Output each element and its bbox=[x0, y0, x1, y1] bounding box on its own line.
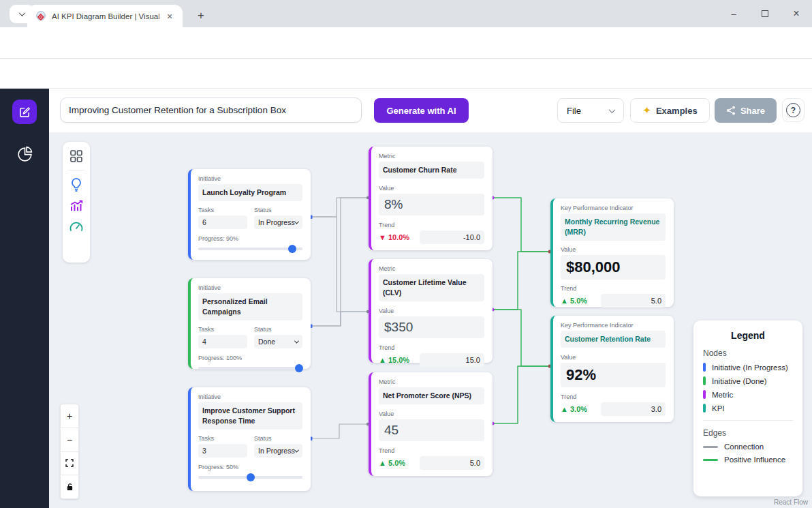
legend-item: Positive Influence bbox=[703, 455, 793, 464]
zoom-out-button[interactable]: − bbox=[61, 428, 78, 452]
initiative-bulb-icon[interactable] bbox=[69, 177, 83, 192]
metric-title-field[interactable]: Net Promoter Score (NPS) bbox=[379, 387, 484, 404]
share-icon bbox=[726, 106, 736, 115]
metric-chart-icon[interactable] bbox=[69, 198, 84, 213]
trend-value-input[interactable]: 5.0 bbox=[601, 294, 666, 308]
chevron-down-icon bbox=[294, 338, 299, 343]
trend-value-input[interactable]: 3.0 bbox=[601, 402, 666, 416]
browser-navbar: ← → ↻ ai-toolbox.visual-paradigm.com/app… bbox=[0, 27, 812, 59]
kpi-node[interactable]: Key Performance Indicator Monthly Recurr… bbox=[550, 198, 674, 307]
tab-close-icon[interactable]: × bbox=[163, 10, 176, 23]
new-tab-button[interactable]: + bbox=[192, 7, 210, 25]
slider-thumb[interactable] bbox=[295, 364, 303, 372]
initiative-title-field[interactable]: Improve Customer Support Response Time bbox=[198, 402, 302, 430]
initiative-node[interactable]: Initiative Launch Loyalty Program Tasks … bbox=[188, 169, 311, 260]
trend-label: Trend bbox=[379, 344, 484, 351]
initiative-node[interactable]: Initiative Improve Customer Support Resp… bbox=[188, 387, 311, 491]
metric-value-field[interactable]: 45 bbox=[379, 419, 484, 441]
help-button[interactable]: ? bbox=[782, 98, 805, 122]
progress-slider[interactable] bbox=[198, 367, 302, 370]
kpi-title-field[interactable]: Monthly Recurring Revenue (MRR) bbox=[561, 213, 666, 241]
trend-arrow-icon: ▼ bbox=[379, 233, 386, 241]
examples-button[interactable]: ✦Examples bbox=[630, 98, 710, 123]
share-button[interactable]: Share bbox=[715, 98, 777, 123]
window-close-button[interactable]: × bbox=[786, 7, 807, 20]
browser-tab[interactable]: AI KPI Diagram Builder | Visualiz × bbox=[27, 5, 183, 27]
trend-arrow-icon: ▲ bbox=[379, 356, 386, 364]
trend-label: Trend bbox=[379, 222, 484, 228]
trend-value-input[interactable]: 15.0 bbox=[420, 353, 484, 367]
trend-percent: ▼ 10.0% bbox=[379, 233, 409, 241]
node-type-label: Metric bbox=[379, 378, 484, 385]
metric-title-field[interactable]: Customer Churn Rate bbox=[379, 162, 484, 179]
progress-slider[interactable] bbox=[198, 248, 302, 250]
sidebar-item-charts[interactable] bbox=[16, 145, 33, 162]
initiative-title-field[interactable]: Personalized Email Campaigns bbox=[198, 293, 302, 320]
trend-value-input[interactable]: -10.0 bbox=[420, 230, 484, 244]
trend-value-input[interactable]: 5.0 bbox=[420, 456, 484, 470]
node-palette bbox=[63, 142, 90, 263]
status-select[interactable]: In Progress bbox=[254, 444, 302, 458]
lock-button[interactable] bbox=[61, 475, 78, 498]
kpi-node[interactable]: Key Performance Indicator Customer Reten… bbox=[550, 316, 674, 422]
metric-value-field[interactable]: $350 bbox=[379, 316, 484, 338]
legend-item: Metric bbox=[703, 390, 793, 399]
legend-item: Connection bbox=[703, 443, 793, 451]
grid-icon[interactable] bbox=[69, 149, 83, 163]
metric-node[interactable]: Metric Net Promoter Score (NPS) Value 45… bbox=[369, 372, 493, 476]
tasks-input[interactable]: 4 bbox=[198, 335, 247, 348]
window-minimize-button[interactable]: – bbox=[723, 7, 744, 20]
initiative-title-field[interactable]: Launch Loyalty Program bbox=[198, 184, 302, 201]
trend-percent: ▲ 3.0% bbox=[561, 405, 587, 413]
metric-node[interactable]: Metric Customer Churn Rate Value 8% Tren… bbox=[369, 147, 493, 250]
legend-item: Initiative (In Progress) bbox=[703, 363, 793, 372]
legend-nodes-label: Nodes bbox=[703, 348, 793, 358]
slider-thumb[interactable] bbox=[247, 473, 255, 481]
fit-view-button[interactable] bbox=[61, 452, 78, 476]
metric-title-field[interactable]: Customer Lifetime Value (CLV) bbox=[379, 274, 484, 301]
color-swatch bbox=[703, 390, 706, 399]
kpi-value-field[interactable]: $80,000 bbox=[561, 255, 666, 280]
node-type-label: Initiative bbox=[198, 393, 302, 400]
node-type-label: Metric bbox=[379, 153, 484, 160]
react-flow-attribution: React Flow bbox=[774, 498, 808, 506]
generate-ai-button[interactable]: Generate with AI bbox=[374, 98, 469, 123]
app-sidebar bbox=[0, 89, 49, 508]
file-menu-button[interactable]: File bbox=[557, 98, 624, 123]
node-type-label: Key Performance Indicator bbox=[561, 322, 666, 329]
trend-label: Trend bbox=[561, 285, 666, 292]
trend-arrow-icon: ▲ bbox=[379, 459, 386, 467]
window-maximize-button[interactable] bbox=[755, 7, 775, 20]
tasks-input[interactable]: 3 bbox=[198, 444, 247, 458]
value-label: Value bbox=[561, 246, 666, 253]
slider-thumb[interactable] bbox=[288, 245, 296, 253]
value-label: Value bbox=[379, 308, 484, 314]
sparkles-icon: ✦ bbox=[642, 104, 651, 117]
prompt-input[interactable]: Improving Customer Retention for a Subsc… bbox=[60, 98, 362, 123]
metric-value-field[interactable]: 8% bbox=[379, 194, 484, 215]
initiative-node[interactable]: Initiative Personalized Email Campaigns … bbox=[188, 278, 311, 369]
trend-percent: ▲ 5.0% bbox=[379, 459, 405, 467]
zoom-in-button[interactable]: + bbox=[61, 404, 78, 428]
kpi-title-field[interactable]: Customer Retention Rate bbox=[561, 331, 666, 348]
kpi-gauge-icon[interactable] bbox=[69, 220, 84, 233]
status-select[interactable]: In Progress bbox=[254, 215, 302, 229]
node-type-label: Initiative bbox=[198, 175, 302, 182]
status-label: Status bbox=[254, 207, 302, 213]
legend-panel: Legend Nodes Initiative (In Progress) In… bbox=[693, 320, 802, 496]
color-swatch bbox=[703, 404, 706, 413]
tasks-label: Tasks bbox=[198, 326, 247, 333]
metric-node[interactable]: Metric Customer Lifetime Value (CLV) Val… bbox=[369, 259, 493, 363]
value-label: Value bbox=[379, 410, 484, 417]
legend-item: KPI bbox=[703, 404, 793, 413]
chevron-down-icon bbox=[18, 10, 25, 16]
line-swatch bbox=[703, 459, 718, 461]
tasks-input[interactable]: 6 bbox=[198, 215, 247, 229]
kpi-value-field[interactable]: 92% bbox=[561, 363, 666, 387]
lock-icon bbox=[66, 483, 74, 491]
status-select[interactable]: Done bbox=[254, 335, 302, 348]
sidebar-item-editor[interactable] bbox=[12, 100, 37, 124]
legend-edges-label: Edges bbox=[703, 428, 793, 438]
color-swatch bbox=[703, 376, 706, 385]
progress-slider[interactable] bbox=[198, 476, 302, 479]
